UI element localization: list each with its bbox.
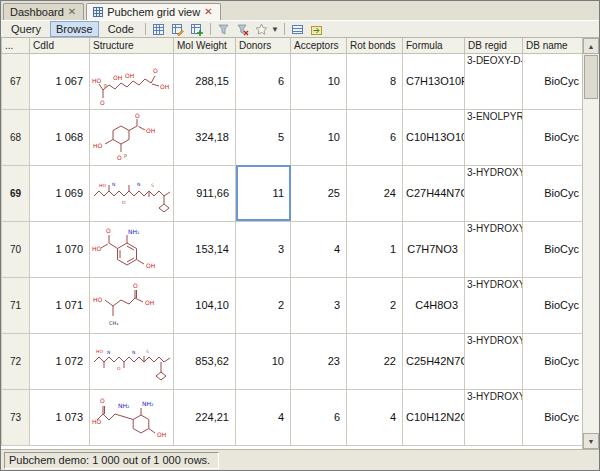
- formula-cell[interactable]: C4H8O3: [403, 277, 465, 333]
- row-number[interactable]: 67: [2, 53, 30, 109]
- formula-cell[interactable]: C10H13O10P: [403, 109, 465, 165]
- acceptors-cell[interactable]: 25: [291, 165, 347, 221]
- rot-bonds-cell[interactable]: 8: [347, 53, 403, 109]
- mol-weight-cell[interactable]: 224,21: [174, 389, 236, 445]
- donors-cell[interactable]: 4: [236, 389, 291, 445]
- rot-bonds-cell[interactable]: 6: [347, 109, 403, 165]
- row-number[interactable]: 70: [2, 221, 30, 277]
- scrollbar-thumb[interactable]: [584, 55, 598, 99]
- mode-code[interactable]: Code: [102, 21, 140, 37]
- cdid-cell[interactable]: 1 071: [30, 277, 90, 333]
- db-regid-cell[interactable]: 3-DEOXY-D-ARABIN: [465, 53, 523, 109]
- rot-bonds-cell[interactable]: 1: [347, 221, 403, 277]
- column-header-acceptors[interactable]: Acceptors: [291, 38, 347, 53]
- mol-weight-cell[interactable]: 153,14: [174, 221, 236, 277]
- export-icon[interactable]: [309, 22, 325, 37]
- favorites-star-icon[interactable]: [254, 22, 270, 37]
- filter-icon[interactable]: [216, 22, 232, 37]
- row-number[interactable]: 73: [2, 389, 30, 445]
- row-number[interactable]: 71: [2, 277, 30, 333]
- db-name-cell[interactable]: BioCyc: [523, 389, 583, 445]
- duplicate-view-icon[interactable]: [189, 22, 205, 37]
- scrollbar-track[interactable]: [583, 54, 599, 433]
- db-regid-cell[interactable]: 3-HYDROXY-ANTHRA: [465, 221, 523, 277]
- structure-cell[interactable]: O NH₂ NH₂ OH HO: [90, 389, 174, 445]
- db-regid-cell[interactable]: 3-HYDROXY-ISOBUT: [465, 333, 523, 389]
- clear-filter-icon[interactable]: [235, 22, 251, 37]
- mol-weight-cell[interactable]: 853,62: [174, 333, 236, 389]
- db-regid-cell[interactable]: 3-HYDROXY-L-KYNU: [465, 389, 523, 445]
- structure-cell[interactable]: NN OS HO: [90, 165, 174, 221]
- column-header-mol-weight[interactable]: Mol Weight: [174, 38, 236, 53]
- db-regid-cell[interactable]: 3-ENOLPYRUVYL-SHI: [465, 109, 523, 165]
- acceptors-cell[interactable]: 23: [291, 333, 347, 389]
- tab-dashboard[interactable]: Dashboard ✕: [3, 3, 84, 20]
- rot-bonds-cell[interactable]: 2: [347, 277, 403, 333]
- table-row[interactable]: 72 1 072 NN OS HO: [2, 333, 583, 389]
- form-view-icon[interactable]: [290, 22, 306, 37]
- cdid-cell[interactable]: 1 072: [30, 333, 90, 389]
- tab-pubchem-grid-view[interactable]: Pubchem grid view ✕: [86, 3, 220, 20]
- acceptors-cell[interactable]: 10: [291, 53, 347, 109]
- scroll-down-button[interactable]: ▼: [583, 433, 599, 449]
- db-regid-cell[interactable]: 3-HYDROXY-3-METH: [465, 165, 523, 221]
- structure-cell[interactable]: HO CH₃ O OH: [90, 277, 174, 333]
- scroll-up-button[interactable]: ▲: [583, 38, 599, 54]
- formula-cell[interactable]: C7H7NO3: [403, 221, 465, 277]
- formula-cell[interactable]: C25H42N7O18P3S: [403, 333, 465, 389]
- structure-cell[interactable]: OOH OP HO: [90, 109, 174, 165]
- new-view-icon[interactable]: [151, 22, 167, 37]
- db-name-cell[interactable]: BioCyc: [523, 277, 583, 333]
- acceptors-cell[interactable]: 6: [291, 389, 347, 445]
- acceptors-cell[interactable]: 10: [291, 109, 347, 165]
- formula-cell[interactable]: C7H13O10P: [403, 53, 465, 109]
- mol-weight-cell[interactable]: 288,15: [174, 53, 236, 109]
- mode-browse[interactable]: Browse: [50, 21, 99, 37]
- close-icon[interactable]: ✕: [204, 8, 212, 16]
- db-name-cell[interactable]: BioCyc: [523, 109, 583, 165]
- formula-cell[interactable]: C27H44N7O20P3S: [403, 165, 465, 221]
- structure-cell[interactable]: NN OS HO: [90, 333, 174, 389]
- table-row[interactable]: 67 1 067 HOO OHOH OOH P: [2, 53, 583, 109]
- donors-cell[interactable]: 6: [236, 53, 291, 109]
- rot-bonds-cell[interactable]: 4: [347, 389, 403, 445]
- cdid-cell[interactable]: 1 069: [30, 165, 90, 221]
- row-number[interactable]: 69: [2, 165, 30, 221]
- table-row[interactable]: 73 1 073 O NH₂: [2, 389, 583, 445]
- row-number[interactable]: 68: [2, 109, 30, 165]
- donors-cell-selected[interactable]: 11: [236, 165, 291, 221]
- chevron-down-icon[interactable]: ▼: [271, 25, 279, 34]
- db-name-cell[interactable]: BioCyc: [523, 221, 583, 277]
- cdid-cell[interactable]: 1 068: [30, 109, 90, 165]
- vertical-scrollbar[interactable]: ▲ ▼: [582, 38, 599, 449]
- rot-bonds-cell[interactable]: 22: [347, 333, 403, 389]
- column-header-structure[interactable]: Structure: [90, 38, 174, 53]
- column-header-formula[interactable]: Formula: [403, 38, 465, 53]
- table-row[interactable]: 68 1 068 OOH OP HO 32: [2, 109, 583, 165]
- edit-view-icon[interactable]: [170, 22, 186, 37]
- donors-cell[interactable]: 10: [236, 333, 291, 389]
- db-name-cell[interactable]: BioCyc: [523, 53, 583, 109]
- db-regid-cell[interactable]: 3-HYDROXY-ISOBUT: [465, 277, 523, 333]
- mode-query[interactable]: Query: [5, 21, 47, 37]
- acceptors-cell[interactable]: 3: [291, 277, 347, 333]
- db-name-cell[interactable]: BioCyc: [523, 165, 583, 221]
- donors-cell[interactable]: 5: [236, 109, 291, 165]
- table-row[interactable]: 69 1 069 NN OS HO: [2, 165, 583, 221]
- column-header-donors[interactable]: Donors: [236, 38, 291, 53]
- close-icon[interactable]: ✕: [68, 8, 76, 16]
- row-number[interactable]: 72: [2, 333, 30, 389]
- structure-cell[interactable]: NH₂ O HO OH: [90, 221, 174, 277]
- cdid-cell[interactable]: 1 067: [30, 53, 90, 109]
- rot-bonds-cell[interactable]: 24: [347, 165, 403, 221]
- mol-weight-cell[interactable]: 324,18: [174, 109, 236, 165]
- column-header-rot-bonds[interactable]: Rot bonds: [347, 38, 403, 53]
- db-name-cell[interactable]: BioCyc: [523, 333, 583, 389]
- cdid-cell[interactable]: 1 070: [30, 221, 90, 277]
- donors-cell[interactable]: 3: [236, 221, 291, 277]
- mol-weight-cell[interactable]: 911,66: [174, 165, 236, 221]
- acceptors-cell[interactable]: 4: [291, 221, 347, 277]
- structure-cell[interactable]: HOO OHOH OOH P: [90, 53, 174, 109]
- mol-weight-cell[interactable]: 104,10: [174, 277, 236, 333]
- donors-cell[interactable]: 2: [236, 277, 291, 333]
